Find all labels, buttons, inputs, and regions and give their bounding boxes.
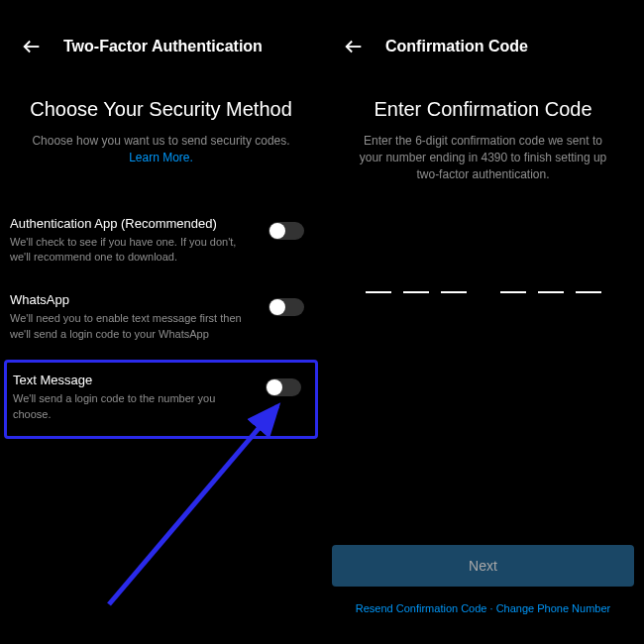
highlight-annotation: Text Message We'll send a login code to … xyxy=(4,360,318,439)
option-auth-app[interactable]: Authentication App (Recommended) We'll c… xyxy=(0,206,322,283)
page-title: Two-Factor Authentication xyxy=(63,38,263,55)
toggle-whatsapp[interactable] xyxy=(268,298,304,316)
back-arrow-icon[interactable] xyxy=(342,35,366,58)
code-digit-input[interactable] xyxy=(366,291,391,293)
page-title: Confirmation Code xyxy=(385,38,528,55)
option-desc: We'll need you to enable text message fi… xyxy=(10,311,257,342)
code-digit-input[interactable] xyxy=(500,291,526,293)
option-title: Text Message xyxy=(13,373,254,387)
back-arrow-icon[interactable] xyxy=(20,35,44,58)
code-digit-input[interactable] xyxy=(538,291,564,293)
code-digit-input[interactable] xyxy=(403,291,429,293)
toggle-auth-app[interactable] xyxy=(268,222,304,240)
code-digit-input[interactable] xyxy=(441,291,467,293)
option-title: WhatsApp xyxy=(10,292,257,307)
section-subtitle: Enter the 6-digit confirmation code we s… xyxy=(322,133,644,182)
option-title: Authentication App (Recommended) xyxy=(10,216,257,231)
option-desc: We'll send a login code to the number yo… xyxy=(13,391,254,422)
toggle-text-message[interactable] xyxy=(266,378,301,396)
option-whatsapp[interactable]: WhatsApp We'll need you to enable text m… xyxy=(0,282,322,360)
section-subtitle: Choose how you want us to send security … xyxy=(0,133,322,166)
learn-more-link[interactable]: Learn More. xyxy=(129,151,193,164)
security-method-list: Authentication App (Recommended) We'll c… xyxy=(0,206,322,439)
next-button[interactable]: Next xyxy=(332,545,634,587)
section-title: Enter Confirmation Code xyxy=(322,98,644,121)
change-phone-link[interactable]: Change Phone Number xyxy=(496,602,611,614)
two-factor-screen: Two-Factor Authentication Choose Your Se… xyxy=(0,0,322,644)
header: Confirmation Code xyxy=(322,0,644,78)
section-title: Choose Your Security Method xyxy=(0,98,322,121)
confirmation-code-screen: Confirmation Code Enter Confirmation Cod… xyxy=(322,0,644,644)
resend-code-link[interactable]: Resend Confirmation Code xyxy=(356,602,487,614)
code-digit-input[interactable] xyxy=(576,291,601,293)
header: Two-Factor Authentication xyxy=(0,0,322,78)
bottom-links: Resend Confirmation Code · Change Phone … xyxy=(332,602,634,614)
option-desc: We'll check to see if you have one. If y… xyxy=(10,235,257,266)
option-text-message[interactable]: Text Message We'll send a login code to … xyxy=(7,363,315,436)
bottom-actions: Next Resend Confirmation Code · Change P… xyxy=(322,545,644,614)
code-input-group[interactable] xyxy=(322,291,644,293)
